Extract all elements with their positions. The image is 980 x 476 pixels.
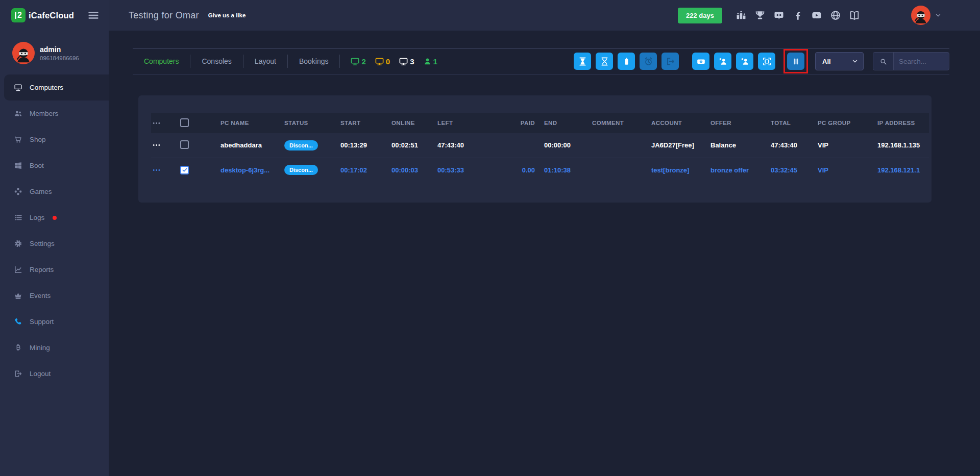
col-ip-address: IP ADDRESS [876, 113, 929, 133]
brand[interactable]: 2 iCafeCloud [0, 0, 109, 31]
row-checkbox[interactable] [180, 140, 189, 149]
battery-icon [622, 57, 631, 66]
search-icon [873, 53, 894, 70]
check-icon [182, 167, 188, 173]
paid-cell: 0.00 [517, 158, 543, 182]
sidebar-item-logs[interactable]: Logs [0, 205, 109, 231]
add-member-button[interactable] [714, 53, 731, 70]
logo-icon: 2 [11, 8, 26, 22]
bitcoin-icon [14, 343, 22, 352]
account-cell: test[bronze] [650, 158, 709, 182]
sign-out-session-button[interactable] [662, 53, 679, 70]
add-guest-button[interactable] [736, 53, 753, 70]
ranking-icon[interactable] [736, 10, 747, 21]
counter-pcs-busy: 0 [375, 57, 390, 66]
col-comment: COMMENT [591, 113, 650, 133]
sidebar-item-logout[interactable]: Logout [0, 361, 109, 387]
sidebar-item-settings[interactable]: Settings [0, 231, 109, 257]
tab-layout[interactable]: Layout [243, 55, 288, 68]
cart-icon [14, 135, 22, 144]
col-pc-name: PC NAME [219, 113, 283, 133]
money-button[interactable] [692, 53, 709, 70]
sidebar-user: admin 096184986696 [0, 31, 109, 68]
row-checkbox-checked[interactable] [180, 166, 189, 174]
comment-cell [591, 133, 650, 158]
gear-icon [14, 239, 22, 248]
phone-icon [14, 317, 22, 326]
logs-alert-badge [53, 216, 57, 220]
tab-consoles[interactable]: Consoles [190, 55, 243, 68]
hourglass-outline-button[interactable] [596, 53, 613, 70]
toolbar: Computers Consoles Layout Bookings 2 0 3… [133, 48, 949, 74]
pause-button[interactable] [787, 53, 804, 70]
status-badge: Discon... [284, 140, 318, 151]
user-avatar [12, 42, 35, 64]
col-paid: PAID [517, 113, 543, 133]
chart-icon [14, 265, 22, 274]
select-all-checkbox[interactable] [180, 118, 189, 127]
add-guest-icon [740, 57, 750, 66]
user-phone: 096184986696 [40, 55, 79, 61]
pc-name-link[interactable]: desktop-6j3rg... [220, 166, 270, 174]
battery-button[interactable] [618, 53, 635, 70]
sidebar-item-members[interactable]: Members [0, 101, 109, 127]
alarm-button[interactable] [640, 53, 657, 70]
avatar [911, 6, 930, 25]
computers-table-card: PC NAME STATUS START ONLINE LEFT PAID EN… [138, 95, 932, 203]
col-total: TOTAL [770, 113, 817, 133]
days-remaining-button[interactable]: 222 days [678, 8, 722, 23]
left-cell: 00:53:33 [436, 158, 517, 182]
search-input[interactable] [894, 53, 949, 70]
start-cell: 00:17:02 [339, 158, 390, 182]
row-menu-button[interactable] [152, 164, 163, 176]
discord-icon[interactable] [773, 10, 785, 21]
topbar: 2 iCafeCloud Testing for Omar Give us a … [0, 0, 980, 31]
total-cell: 47:43:40 [770, 133, 817, 158]
computers-table: PC NAME STATUS START ONLINE LEFT PAID EN… [151, 113, 929, 182]
col-status: STATUS [283, 113, 339, 133]
sidebar-item-shop[interactable]: Shop [0, 127, 109, 153]
sidebar-item-events[interactable]: Events [0, 283, 109, 309]
start-cell: 00:13:29 [339, 133, 390, 158]
tab-bookings[interactable]: Bookings [288, 55, 340, 68]
crown-icon [14, 291, 22, 300]
topbar-icons [736, 10, 860, 21]
pc-name-link[interactable]: abedhaddara [220, 141, 262, 149]
youtube-icon[interactable] [811, 10, 822, 21]
hourglass-outline-icon [600, 57, 609, 66]
counter-pcs-on: 2 [350, 57, 365, 66]
sidebar-item-reports[interactable]: Reports [0, 257, 109, 283]
manual-book-icon[interactable] [849, 10, 860, 21]
sidebar-item-support[interactable]: Support [0, 309, 109, 335]
screenshot-button[interactable] [758, 53, 775, 70]
sidebar-item-games[interactable]: Games [0, 179, 109, 205]
person-green-icon [423, 57, 432, 66]
icafecloud-app: 2 iCafeCloud Testing for Omar Give us a … [0, 0, 980, 476]
offer-cell: Balance [709, 133, 770, 158]
alarm-icon [644, 57, 653, 66]
offer-cell: bronze offer [709, 158, 770, 182]
action-buttons [569, 49, 808, 73]
trophy-icon[interactable] [754, 10, 766, 21]
paid-cell [517, 133, 543, 158]
page-title: Testing for Omar [129, 10, 199, 21]
search-box [873, 52, 949, 70]
hamburger-menu-button[interactable] [87, 9, 100, 21]
total-cell: 03:32:45 [770, 158, 817, 182]
hourglass-filled-icon [578, 57, 587, 66]
tab-computers[interactable]: Computers [133, 55, 190, 68]
account-menu[interactable] [911, 6, 942, 25]
sidebar-item-mining[interactable]: Mining [0, 335, 109, 361]
sidebar-item-computers[interactable]: Computers [4, 74, 109, 101]
chevron-down-icon [851, 58, 859, 65]
globe-icon[interactable] [830, 10, 841, 21]
row-menu-button[interactable] [152, 140, 163, 151]
table-header-row: PC NAME STATUS START ONLINE LEFT PAID EN… [151, 113, 929, 133]
header-menu-button[interactable] [152, 117, 163, 129]
facebook-icon[interactable] [792, 10, 803, 21]
give-us-a-like-link[interactable]: Give us a like [208, 12, 246, 18]
monitor-white-icon [399, 57, 408, 66]
pc-group-filter[interactable]: All [815, 52, 864, 70]
hourglass-filled-button[interactable] [574, 53, 591, 70]
sidebar-item-boot[interactable]: Boot [0, 153, 109, 179]
